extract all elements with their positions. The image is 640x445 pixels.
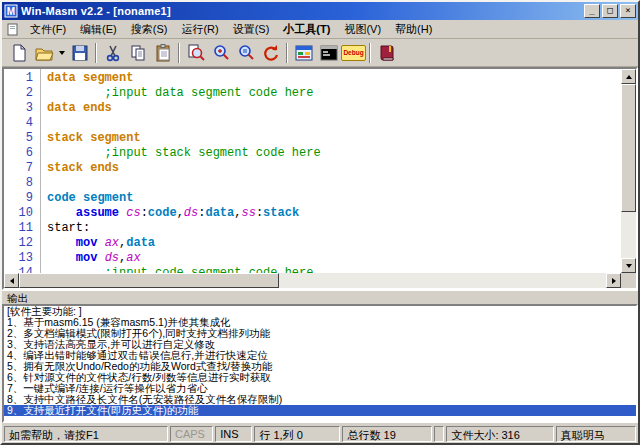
open-file-button[interactable] (31, 40, 56, 65)
save-icon (70, 43, 90, 63)
menu-item[interactable]: 帮助(H) (388, 20, 439, 39)
debug-icon: Debug (341, 45, 365, 61)
arrow-down-icon (626, 264, 632, 271)
build-button[interactable] (233, 40, 258, 65)
status-cursor-position: 行 1,列 0 (254, 426, 340, 442)
scroll-down-button[interactable] (621, 258, 636, 273)
build-magnifier-icon (236, 43, 256, 63)
line-number: 12 (4, 236, 33, 251)
scissors-icon (103, 43, 123, 63)
arrow-up-icon (626, 72, 632, 79)
save-file-button[interactable] (67, 40, 92, 65)
dos-terminal-icon (319, 43, 339, 63)
child-window-icon (6, 23, 19, 36)
paste-button[interactable] (150, 40, 175, 65)
status-total-lines: 总行数 19 (342, 426, 432, 442)
refresh-button[interactable] (258, 40, 283, 65)
run-window-button[interactable] (291, 40, 316, 65)
line-number: 14 (4, 266, 33, 273)
copy-icon (128, 43, 148, 63)
line-number: 3 (4, 101, 33, 116)
code-line: data ends (47, 101, 621, 116)
code-area[interactable]: data segment ;input data segment code he… (41, 69, 621, 273)
svg-text:M: M (7, 6, 15, 17)
cut-button[interactable] (100, 40, 125, 65)
refresh-icon (261, 43, 281, 63)
line-number: 2 (4, 86, 33, 101)
code-line: code segment (47, 191, 621, 206)
run-window-icon (294, 43, 314, 63)
win-masm-window: M Win-Masm v2.2 - [noname1] _ □ × 文件(F)编… (0, 0, 640, 445)
arrow-right-icon (612, 278, 619, 284)
minimize-button[interactable]: _ (584, 4, 600, 18)
line-number: 8 (4, 176, 33, 191)
compile-magnifier-icon (186, 43, 206, 63)
editor-horizontal-scrollbar[interactable] (4, 273, 621, 288)
menu-item[interactable]: 编辑(E) (73, 20, 124, 39)
editor-vertical-scrollbar[interactable] (621, 69, 636, 273)
vertical-scroll-thumb[interactable] (621, 84, 636, 212)
output-panel[interactable]: [软件主要功能: ]1、基于masm6.15 (兼容masm5.1)并使其集成化… (2, 304, 638, 423)
line-number: 4 (4, 116, 33, 131)
output-item-selected[interactable]: 9、支持最近打开文件(即历史文件)的功能 (4, 405, 636, 416)
code-line: ;input stack segment code here (47, 146, 621, 161)
status-brand-text: 真聪明马 (556, 426, 636, 442)
line-number: 9 (4, 191, 33, 206)
menu-item[interactable]: 视图(V) (337, 20, 388, 39)
link-button[interactable] (208, 40, 233, 65)
menu-item[interactable]: 搜索(S) (124, 20, 175, 39)
status-file-size: 文件大小: 316 (446, 426, 553, 442)
horizontal-scroll-thumb[interactable] (19, 273, 279, 288)
status-help-text: 如需帮助，请按F1 (4, 426, 168, 442)
scroll-left-button[interactable] (4, 273, 19, 288)
help-button[interactable] (374, 40, 399, 65)
scroll-up-button[interactable] (621, 69, 636, 84)
line-number: 11 (4, 221, 33, 236)
menu-item[interactable]: 运行(R) (174, 20, 225, 39)
link-magnifier-icon (211, 43, 231, 63)
output-panel-header: 输出 (2, 290, 638, 304)
toolbar-separator (286, 43, 288, 63)
code-line: data segment (47, 71, 621, 86)
output-title: 输出 (7, 292, 28, 304)
menu-bar-items: 文件(F)编辑(E)搜索(S)运行(R)设置(S)小工具(T)视图(V)帮助(H… (23, 20, 439, 39)
editor-view[interactable]: 1234567891011121314 data segment ;input … (4, 69, 621, 273)
menu-item[interactable]: 文件(F) (23, 20, 73, 39)
scroll-right-button[interactable] (606, 273, 621, 288)
line-number: 7 (4, 161, 33, 176)
line-number: 10 (4, 206, 33, 221)
menu-item[interactable]: 小工具(T) (276, 20, 337, 39)
new-file-icon (9, 43, 29, 63)
code-line: assume cs:code,ds:data,ss:stack (47, 206, 621, 221)
arrow-left-icon (7, 278, 14, 284)
menu-item[interactable]: 设置(S) (226, 20, 277, 39)
line-number: 13 (4, 251, 33, 266)
dos-window-button[interactable] (316, 40, 341, 65)
code-line: mov ax,data (47, 236, 621, 251)
output-list: [软件主要功能: ]1、基于masm6.15 (兼容masm5.1)并使其集成化… (4, 306, 636, 416)
open-dropdown-button[interactable] (56, 40, 67, 65)
code-line: start: (47, 221, 621, 236)
code-line (47, 176, 621, 191)
toolbar-separator (369, 43, 371, 63)
line-number: 1 (4, 71, 33, 86)
open-folder-icon (34, 43, 54, 63)
code-line: mov ds,ax (47, 251, 621, 266)
close-button[interactable]: × (620, 4, 636, 18)
maximize-button[interactable]: □ (602, 4, 618, 18)
paste-icon (153, 43, 173, 63)
toolbar-separator (95, 43, 97, 63)
code-editor[interactable]: 1234567891011121314 data segment ;input … (2, 67, 638, 290)
line-number: 5 (4, 131, 33, 146)
debug-button[interactable]: Debug (341, 40, 366, 65)
code-line: ;input code segment code here (47, 266, 621, 273)
status-bar: 如需帮助，请按F1 CAPS INS 行 1,列 0 总行数 19 文件大小: … (2, 423, 638, 443)
status-caps-indicator: CAPS (170, 426, 213, 442)
copy-button[interactable] (125, 40, 150, 65)
toolbar-separator (178, 43, 180, 63)
toolbar: Debug (2, 39, 638, 67)
code-line (47, 116, 621, 131)
compile-button[interactable] (183, 40, 208, 65)
line-number: 6 (4, 146, 33, 161)
new-file-button[interactable] (6, 40, 31, 65)
